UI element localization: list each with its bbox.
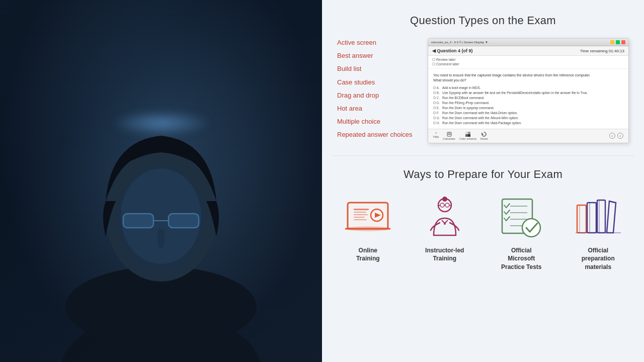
option-d[interactable]: O D.Run the PEImg /Prep command.: [433, 101, 623, 105]
right-panel: Question Types on the Exam Active screen…: [322, 0, 644, 362]
exam-header: ◀ Question 4 (of 9) Time remaining 01:40…: [428, 46, 628, 56]
svg-rect-19: [468, 134, 470, 137]
next-btn[interactable]: ›: [617, 133, 623, 139]
exam-checkboxes: ☐ Review later ☐ Comment later: [428, 56, 628, 69]
instructor-led-icon: [420, 195, 470, 240]
option-b[interactable]: O B.Use Sysprep with an answer file and …: [433, 91, 623, 95]
review-later-checkbox[interactable]: ☐ Review later: [432, 58, 624, 62]
online-training-label: OnlineTraining: [356, 246, 380, 263]
svg-rect-25: [354, 217, 365, 218]
help-icon-btn[interactable]: ?Help: [433, 132, 439, 140]
minimize-btn[interactable]: [610, 40, 614, 44]
window-controls: [610, 40, 625, 44]
prepare-item-practice: OfficialMicrosoftPractice Tests: [486, 195, 557, 272]
question-text: You need to ensure that the captured ima…: [433, 73, 623, 83]
prepare-item-materials: Officialpreparationmaterials: [562, 195, 634, 272]
practice-tests-label: OfficialMicrosoftPractice Tests: [501, 246, 542, 272]
hero-image-panel: [0, 0, 322, 362]
svg-rect-16: [465, 132, 468, 134]
svg-rect-26: [354, 219, 367, 220]
exam-nav-buttons: ‹ ›: [609, 133, 623, 139]
svg-line-38: [449, 205, 451, 206]
option-g[interactable]: O G.Run the Dism command with the /Mount…: [433, 116, 623, 120]
svg-rect-22: [354, 209, 369, 210]
practice-tests-icon: [496, 195, 546, 240]
exam-titlebar: microsim_ex_4 - 6 0 © | Screen Display ▼: [428, 39, 628, 46]
online-training-icon: [343, 195, 393, 240]
option-c[interactable]: O C.Run the BCDBoot command.: [433, 96, 623, 100]
reset-icon-btn[interactable]: Reset: [480, 132, 488, 140]
svg-point-35: [440, 203, 444, 207]
svg-rect-15: [450, 134, 451, 135]
exam-footer: ?Help Calculator Color scheme Reset: [428, 129, 628, 143]
svg-rect-47: [577, 205, 586, 233]
exam-options: O A.Add a boot image in WDS. O B.Use Sys…: [433, 86, 623, 125]
preparation-materials-label: Officialpreparationmaterials: [582, 246, 615, 272]
svg-line-37: [439, 205, 440, 206]
svg-rect-14: [449, 134, 450, 135]
option-h[interactable]: O H.Run the Dism command with the /Add-P…: [433, 121, 623, 125]
question-types-section: Question Types on the Exam Active screen…: [322, 0, 644, 155]
calculator-icon-btn[interactable]: Calculator: [443, 132, 455, 140]
svg-rect-18: [465, 134, 468, 137]
preparation-materials-icon: [573, 195, 623, 240]
svg-rect-23: [354, 212, 366, 213]
question-types-content: Active screen Best answer Build list Cas…: [337, 38, 629, 143]
color-scheme-icon-btn[interactable]: Color scheme: [459, 132, 476, 140]
qt-link-hot-area[interactable]: Hot area: [337, 104, 418, 113]
svg-rect-51: [597, 200, 605, 233]
previous-btn[interactable]: ‹: [609, 133, 615, 139]
prepare-title: Ways to Prepare for Your Exam: [332, 168, 634, 181]
svg-rect-17: [468, 132, 470, 134]
question-types-title: Question Types on the Exam: [337, 14, 629, 27]
prepare-items: OnlineTraining: [332, 195, 634, 272]
svg-point-36: [445, 203, 449, 207]
exam-titlebar-text: microsim_ex_4 - 6 0 © | Screen Display ▼: [431, 41, 488, 44]
svg-rect-24: [354, 214, 368, 215]
instructor-led-label: Instructor-ledTraining: [425, 246, 464, 263]
comment-later-checkbox[interactable]: ☐ Comment later: [432, 62, 624, 66]
svg-point-46: [522, 219, 540, 237]
qt-link-build-list[interactable]: Build list: [337, 64, 418, 73]
svg-point-32: [442, 197, 447, 202]
ways-to-prepare-section: Ways to Prepare for Your Exam: [322, 156, 644, 362]
person-silhouette: [35, 60, 287, 362]
svg-rect-21: [350, 205, 386, 227]
exam-body: You need to ensure that the captured ima…: [428, 69, 628, 129]
qt-link-drag-drop[interactable]: Drag and drop: [337, 91, 418, 100]
option-f[interactable]: O F.Run the Dism command with the /Add-D…: [433, 111, 623, 115]
svg-point-40: [444, 223, 446, 225]
svg-rect-13: [448, 134, 449, 135]
exam-preview: microsim_ex_4 - 6 0 © | Screen Display ▼…: [428, 38, 629, 143]
option-a[interactable]: O A.Add a boot image in WDS.: [433, 86, 623, 89]
prepare-item-online: OnlineTraining: [332, 195, 404, 263]
question-number: ◀ Question 4 (of 9): [432, 48, 473, 53]
exam-footer-icons: ?Help Calculator Color scheme Reset: [433, 132, 488, 140]
option-e[interactable]: O E.Run the Dsim /e.sysprep command.: [433, 106, 623, 110]
maximize-btn[interactable]: [616, 40, 620, 44]
qt-link-multiple-choice[interactable]: Multiple choice: [337, 117, 418, 126]
svg-point-10: [121, 168, 201, 264]
qt-link-active-screen[interactable]: Active screen: [337, 38, 418, 47]
exam-timer: Time remaining 01:40:13: [580, 49, 624, 53]
prepare-item-instructor: Instructor-ledTraining: [409, 195, 481, 263]
qt-link-repeated-answer[interactable]: Repeated answer choices: [337, 130, 418, 139]
qt-link-case-studies[interactable]: Case studies: [337, 78, 418, 87]
qt-link-best-answer[interactable]: Best answer: [337, 51, 418, 60]
svg-rect-12: [448, 133, 451, 134]
svg-rect-49: [587, 203, 596, 233]
question-types-links: Active screen Best answer Build list Cas…: [337, 38, 418, 140]
close-btn[interactable]: [621, 40, 625, 44]
